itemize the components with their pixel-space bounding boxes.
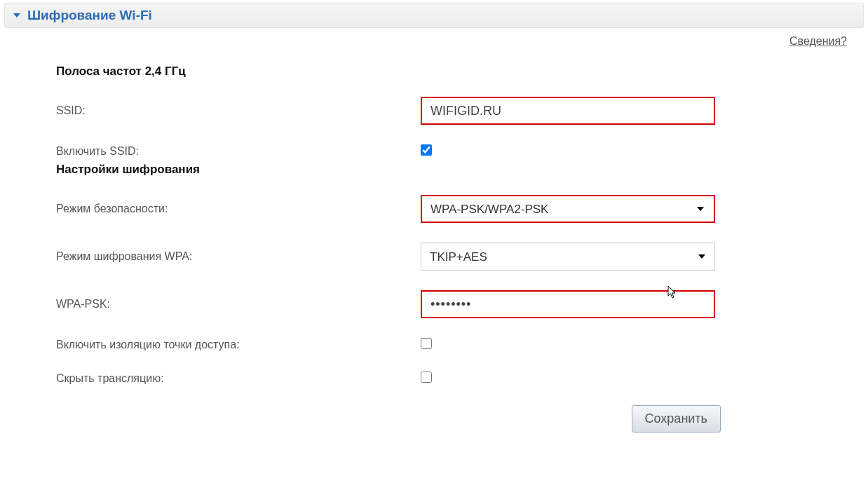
panel-title: Шифрование Wi-Fi [27,8,152,23]
wpa-cipher-row: Режим шифрования WPA: TKIP+AES [56,243,868,271]
collapse-triangle-icon [13,13,20,18]
wpa-cipher-select-wrap: TKIP+AES [421,243,715,271]
isolation-checkbox[interactable] [421,338,432,349]
panel-header[interactable]: Шифрование Wi-Fi [4,3,864,28]
enable-ssid-checkbox[interactable] [421,144,432,156]
band-heading: Полоса частот 2,4 ГГц [56,64,868,79]
wpa-cipher-select[interactable]: TKIP+AES [421,243,715,271]
wpa-psk-label: WPA-PSK: [56,298,421,311]
hide-broadcast-field [421,372,722,386]
form-content: Полоса частот 2,4 ГГц SSID: Включить SSI… [0,48,868,433]
ssid-input[interactable] [421,97,715,125]
wpa-cipher-label: Режим шифрования WPA: [56,250,421,263]
isolation-label: Включить изоляцию точки доступа: [56,339,421,351]
ssid-field [421,97,722,125]
security-mode-field: WPA-PSK/WPA2-PSK [421,195,722,223]
encryption-heading: Настройки шифрования [56,163,868,177]
ssid-row: SSID: [56,97,868,125]
wpa-cipher-field: TKIP+AES [421,243,722,271]
hide-broadcast-label: Скрыть трансляцию: [56,372,421,385]
wpa-psk-input[interactable] [421,290,715,318]
help-link[interactable]: Сведения? [789,35,847,47]
security-mode-row: Режим безопасности: WPA-PSK/WPA2-PSK [56,195,868,223]
wpa-psk-field [421,290,722,318]
security-mode-label: Режим безопасности: [56,203,421,215]
isolation-row: Включить изоляцию точки доступа: [56,338,868,352]
enable-ssid-field [421,144,722,158]
enable-ssid-row: Включить SSID: [56,144,868,158]
hide-broadcast-checkbox[interactable] [421,372,432,383]
button-row: Сохранить [56,405,868,433]
isolation-field [421,338,722,352]
help-link-row: Сведения? [0,28,868,48]
hide-broadcast-row: Скрыть трансляцию: [56,372,868,386]
wpa-psk-row: WPA-PSK: [56,290,868,318]
save-button[interactable]: Сохранить [632,405,721,433]
security-mode-select-wrap: WPA-PSK/WPA2-PSK [421,195,715,223]
enable-ssid-label: Включить SSID: [56,145,421,158]
ssid-label: SSID: [56,104,421,117]
security-mode-select[interactable]: WPA-PSK/WPA2-PSK [422,196,714,222]
